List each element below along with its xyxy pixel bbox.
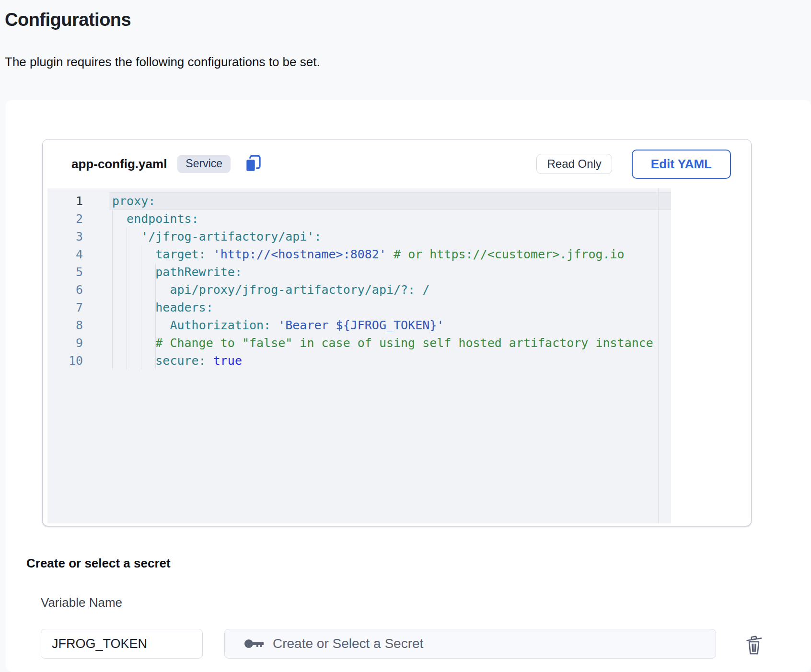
configurations-panel: app-config.yaml Service Read Only Edit Y… xyxy=(6,100,811,672)
line-number: 6 xyxy=(47,281,109,299)
code-line-text: proxy: xyxy=(109,192,671,210)
yaml-editor-card: app-config.yaml Service Read Only Edit Y… xyxy=(42,139,752,526)
yaml-editor-header: app-config.yaml Service Read Only Edit Y… xyxy=(43,139,751,188)
secret-select-field[interactable]: Create or Select a Secret xyxy=(224,629,716,659)
read-only-button[interactable]: Read Only xyxy=(536,154,612,174)
code-line-text: # Change to "false" in case of using sel… xyxy=(109,334,671,352)
code-line-text: Authorization: 'Bearer ${JFROG_TOKEN}' xyxy=(109,316,671,334)
delete-secret-button[interactable] xyxy=(742,633,767,658)
line-number: 10 xyxy=(47,352,109,370)
line-number: 5 xyxy=(47,263,109,281)
page-title: Configurations xyxy=(5,10,131,30)
line-number: 3 xyxy=(47,228,109,245)
config-filename: app-config.yaml xyxy=(71,157,167,172)
secret-select-placeholder: Create or Select a Secret xyxy=(273,636,423,651)
line-number: 9 xyxy=(47,334,109,352)
code-line-text: '/jfrog-artifactory/api': xyxy=(109,228,671,245)
secret-section-heading: Create or select a secret xyxy=(26,556,171,571)
code-line: 6 api/proxy/jfrog-artifactory/api/?: / xyxy=(47,281,671,299)
service-badge: Service xyxy=(177,155,231,173)
code-line: 2 endpoints: xyxy=(47,210,671,228)
variable-name-input[interactable] xyxy=(41,629,203,659)
code-line: 7 headers: xyxy=(47,299,671,316)
key-icon xyxy=(244,637,264,650)
code-line-text: api/proxy/jfrog-artifactory/api/?: / xyxy=(109,281,671,299)
line-number: 4 xyxy=(47,245,109,263)
copy-icon xyxy=(244,154,263,174)
line-number: 7 xyxy=(47,299,109,316)
code-line-text: headers: xyxy=(109,299,671,316)
code-content: 1proxy:2 endpoints:3 '/jfrog-artifactory… xyxy=(47,192,671,370)
code-line-text: endpoints: xyxy=(109,210,671,228)
code-line-text: secure: true xyxy=(109,352,671,370)
code-line-text: target: 'http://<hostname>:8082' # or ht… xyxy=(109,245,671,263)
page-subtitle: The plugin requires the following config… xyxy=(5,55,320,70)
line-number: 1 xyxy=(47,192,109,210)
code-line: 10 secure: true xyxy=(47,352,671,370)
line-number: 2 xyxy=(47,210,109,228)
edit-yaml-button[interactable]: Edit YAML xyxy=(632,150,731,179)
trash-icon xyxy=(743,633,766,657)
code-line: 4 target: 'http://<hostname>:8082' # or … xyxy=(47,245,671,263)
code-line-text: pathRewrite: xyxy=(109,263,671,281)
code-line: 8 Authorization: 'Bearer ${JFROG_TOKEN}' xyxy=(47,316,671,334)
line-number: 8 xyxy=(47,316,109,334)
code-line: 5 pathRewrite: xyxy=(47,263,671,281)
code-line: 9 # Change to "false" in case of using s… xyxy=(47,334,671,352)
code-editor[interactable]: 1proxy:2 endpoints:3 '/jfrog-artifactory… xyxy=(47,188,671,523)
variable-name-label: Variable Name xyxy=(41,595,122,610)
code-line: 3 '/jfrog-artifactory/api': xyxy=(47,228,671,245)
copy-button[interactable] xyxy=(244,154,263,174)
code-line: 1proxy: xyxy=(47,192,671,210)
